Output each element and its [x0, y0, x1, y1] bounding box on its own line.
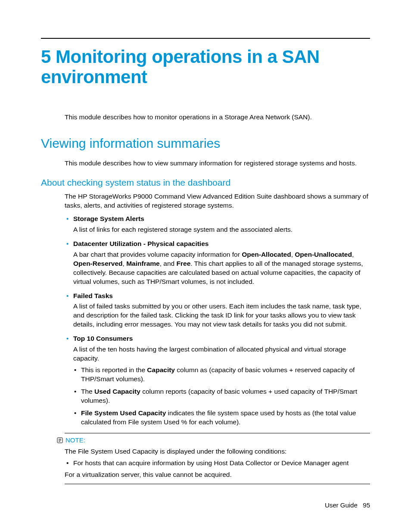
bold: Capacity: [147, 366, 175, 373]
note-icon: [57, 437, 63, 443]
note-list: For hosts that can acquire information b…: [65, 459, 370, 468]
subsection-title: About checking system status in the dash…: [41, 177, 370, 189]
bullet-body: A bar chart that provides volume capacit…: [73, 250, 370, 286]
bullet-body: A list of the ten hosts having the large…: [73, 345, 370, 363]
bold: Used Capacity: [94, 388, 140, 395]
footer-doc: User Guide: [325, 501, 358, 509]
list-item: This is reported in the Capacity column …: [73, 366, 370, 384]
page-footer: User Guide 95: [325, 501, 370, 510]
footer-page: 95: [363, 501, 370, 509]
note-bottom-rule: [65, 484, 370, 484]
list-item: File System Used Capacity indicates the …: [73, 409, 370, 427]
text: , and: [160, 260, 177, 267]
text: ,: [352, 251, 354, 258]
bold: Free: [177, 260, 191, 267]
text: ,: [123, 260, 127, 267]
list-item: Storage System Alerts A list of links fo…: [65, 215, 370, 234]
note-block: NOTE: The File System Used Capacity is d…: [65, 433, 370, 484]
bullet-body: A list of failed tasks submitted by you …: [73, 302, 370, 329]
bold: File System Used Capacity: [81, 409, 166, 417]
note-body: The File System Used Capacity is display…: [65, 447, 370, 479]
note-line: For a virtualization server, this value …: [65, 470, 370, 479]
chapter-title: 5 Monitoring operations in a SAN environ…: [41, 47, 370, 87]
note-label: NOTE:: [65, 436, 85, 445]
bullet-head: Datacenter Utilization - Physical capaci…: [73, 240, 370, 249]
text: The: [81, 388, 94, 395]
note-top-rule: [65, 433, 370, 433]
bullet-head: Failed Tasks: [73, 292, 370, 301]
bullet-head: Storage System Alerts: [73, 215, 370, 224]
bold: Open-Allocated: [242, 251, 291, 258]
sub-bullet-list: This is reported in the Capacity column …: [73, 366, 370, 427]
list-item: For hosts that can acquire information b…: [65, 459, 370, 468]
bold: Open-Unallocated: [295, 251, 352, 258]
subsection-intro: The HP StorageWorks P9000 Command View A…: [65, 192, 370, 210]
bold: Open-Reserved: [73, 260, 123, 267]
note-heading: NOTE:: [57, 436, 370, 445]
chapter-intro: This module describes how to monitor ope…: [65, 113, 370, 122]
text: A bar chart that provides volume capacit…: [73, 251, 242, 258]
subsection-body: The HP StorageWorks P9000 Command View A…: [65, 192, 370, 426]
section-intro: This module describes how to view summar…: [65, 159, 370, 168]
bullet-body: A list of links for each registered stor…: [73, 225, 370, 234]
bullet-head: Top 10 Consumers: [73, 334, 370, 343]
bold: Mainframe: [126, 260, 160, 267]
top-rule: [41, 38, 370, 39]
note-line: The File System Used Capacity is display…: [65, 447, 370, 456]
text: This is reported in the: [81, 366, 147, 373]
dashboard-bullet-list: Storage System Alerts A list of links fo…: [65, 215, 370, 426]
list-item: Datacenter Utilization - Physical capaci…: [65, 240, 370, 286]
list-item: The Used Capacity column reports (capaci…: [73, 387, 370, 405]
section-title: Viewing information summaries: [41, 135, 370, 152]
list-item: Failed Tasks A list of failed tasks subm…: [65, 292, 370, 330]
list-item: Top 10 Consumers A list of the ten hosts…: [65, 334, 370, 426]
